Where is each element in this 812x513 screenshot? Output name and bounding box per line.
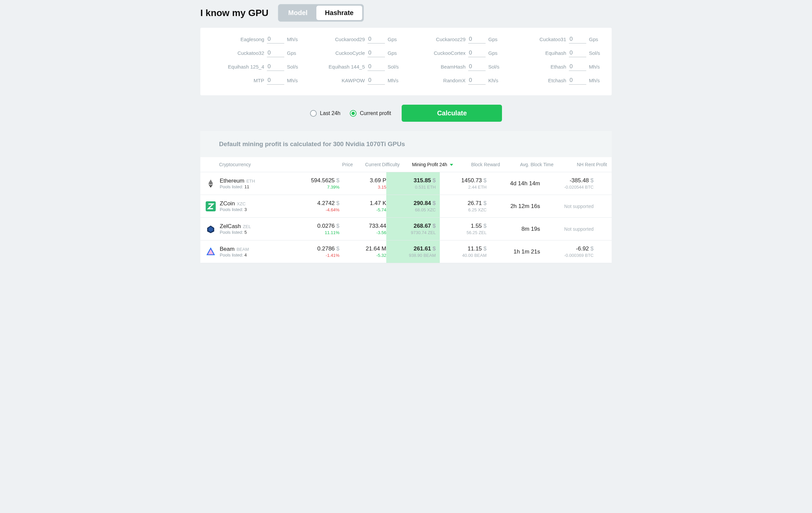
cell-block-time: 2h 12m 16s [487, 203, 540, 210]
cell-difficulty: 21.64 M-5.32 [340, 246, 386, 258]
cell-block-time: 4d 14h 14m [487, 180, 540, 187]
hashrate-input-row: CuckooCortexGps [411, 50, 502, 57]
hashrate-unit: Sol/s [287, 64, 300, 71]
radio-icon [310, 110, 317, 117]
hashrate-input[interactable] [368, 50, 385, 57]
rent-not-supported: Not supported [564, 226, 593, 232]
hashrate-unit: Mh/s [589, 78, 602, 85]
hashrate-input[interactable] [569, 63, 586, 71]
difficulty-value: 21.64 M [366, 246, 386, 252]
pools-listed: Pools listed: 5 [220, 230, 251, 235]
hashrate-label: Equihash [545, 50, 566, 57]
coin-name: Beam [220, 246, 234, 253]
hashrate-input[interactable] [267, 77, 284, 85]
profit-value: 261.61 $ [414, 246, 436, 252]
cell-mining-profit: 268.67 $9730.74 ZEL [386, 218, 440, 240]
cell-crypto: ZCoinXZCPools listed: 3 [206, 200, 299, 212]
reward-sub: 6.25 XZC [468, 207, 487, 212]
rent-not-supported: Not supported [564, 204, 593, 209]
hashrate-input[interactable] [468, 36, 486, 44]
hashrate-input[interactable] [468, 63, 486, 71]
cell-mining-profit: 315.85 $0.531 ETH [386, 172, 440, 195]
th-difficulty[interactable]: Current Difficulty [353, 162, 400, 167]
cell-mining-profit: 261.61 $938.90 BEAM [386, 240, 440, 263]
rent-value: -6.92 $ [576, 246, 593, 252]
table-row[interactable]: BeamBEAMPools listed: 40.2786 $-1.41%21.… [200, 240, 612, 263]
calculate-button[interactable]: Calculate [402, 105, 502, 122]
cell-rent-profit: Not supported [540, 203, 593, 209]
hashrate-input-row: Equihash 144_5Sol/s [310, 63, 401, 71]
table-row[interactable]: ZCoinXZCPools listed: 34.2742 $-4.64%1.4… [200, 195, 612, 218]
radio-label: Current profit [360, 110, 391, 116]
hashrate-unit: Mh/s [287, 78, 300, 85]
radio-current-profit[interactable]: Current profit [350, 110, 391, 117]
hashrate-label: Cuckatoo31 [540, 36, 566, 44]
hashrate-input[interactable] [569, 36, 586, 44]
page-title: I know my GPU [200, 8, 268, 19]
coin-icon [206, 247, 216, 257]
hashrate-label: Ethash [550, 64, 566, 71]
hashrate-unit: Sol/s [488, 64, 502, 71]
reward-value: 11.15 $ [467, 246, 487, 252]
th-nh-rent-profit[interactable]: NH Rent Profit [553, 162, 607, 167]
toggle-hashrate-button[interactable]: Hashrate [316, 6, 362, 20]
hashrate-input[interactable] [368, 36, 385, 44]
radio-last-24h[interactable]: Last 24h [310, 110, 341, 117]
price-change: 7.39% [327, 184, 340, 190]
coin-ticker: ETH [246, 178, 255, 183]
th-block-reward[interactable]: Block Reward [453, 162, 500, 167]
hashrate-input[interactable] [569, 50, 586, 57]
th-mining-profit[interactable]: Mining Profit 24h [400, 162, 453, 167]
hashrate-input[interactable] [569, 77, 586, 85]
difficulty-change: -5.74 [376, 207, 386, 212]
reward-sub: 2.44 ETH [468, 184, 487, 190]
th-label: Mining Profit 24h [412, 162, 447, 167]
hashrate-input-row: Cuckatoo32Gps [210, 50, 300, 57]
reward-sub: 56.25 ZEL [467, 230, 487, 235]
cell-price: 0.2786 $-1.41% [299, 246, 340, 258]
cell-price: 4.2742 $-4.64% [299, 200, 340, 212]
hashrate-input[interactable] [368, 77, 385, 85]
controls-row: Last 24h Current profit Calculate [200, 95, 612, 131]
coin-name: ZCoin [220, 200, 235, 207]
toggle-model-button[interactable]: Model [280, 6, 316, 20]
hashrate-label: CuckooCortex [434, 50, 466, 57]
header-row: I know my GPU Model Hashrate [200, 0, 612, 28]
reward-sub: 40.00 BEAM [462, 253, 487, 258]
hashrate-unit: Gps [589, 36, 602, 44]
hashrate-unit: Mh/s [589, 64, 602, 71]
hashrate-unit: Gps [387, 50, 401, 57]
cell-block-reward: 1450.73 $2.44 ETH [440, 177, 487, 190]
hashrate-label: CuckooCycle [336, 50, 365, 57]
hashrate-input-row: Cuckarooz29Gps [411, 36, 502, 44]
table-row[interactable]: ZelCashZELPools listed: 50.0276 $11.11%7… [200, 218, 612, 240]
hashrate-label: KAWPOW [342, 78, 365, 85]
profit-sub: 0.531 ETH [415, 184, 436, 190]
th-avg-block-time[interactable]: Avg. Block Time [500, 162, 553, 167]
hashrate-label: Equihash 125_4 [228, 64, 264, 71]
hashrate-input[interactable] [368, 63, 385, 71]
table-row[interactable]: EthereumETHPools listed: 11594.5625 $7.3… [200, 172, 612, 195]
th-price[interactable]: Price [313, 162, 353, 167]
hashrate-unit: Gps [488, 36, 502, 44]
cell-rent-profit: -385.48 $-0.020544 BTC [540, 177, 593, 190]
hashrate-input-row: CuckooCycleGps [310, 50, 401, 57]
hashrate-input[interactable] [267, 36, 284, 44]
cell-crypto: ZelCashZELPools listed: 5 [206, 223, 299, 235]
hashrate-unit: Kh/s [488, 78, 502, 85]
hashrate-input[interactable] [267, 50, 284, 57]
hashrate-label: Cuckarood29 [335, 36, 365, 44]
hashrate-input[interactable] [468, 50, 486, 57]
radio-icon [350, 110, 356, 117]
profit-value: 315.85 $ [414, 177, 436, 184]
cell-crypto: BeamBEAMPools listed: 4 [206, 246, 299, 257]
default-profit-note: Default mining profit is calculated for … [200, 131, 612, 157]
coin-name: Ethereum [220, 177, 244, 184]
hashrate-unit: Gps [387, 36, 401, 44]
hashrate-input[interactable] [468, 77, 486, 85]
cell-block-time: 1h 1m 21s [487, 249, 540, 255]
sort-descending-icon [450, 164, 453, 166]
th-crypto[interactable]: Cryptocurrency [219, 162, 313, 167]
hashrate-unit: Gps [287, 50, 300, 57]
hashrate-input[interactable] [267, 63, 284, 71]
